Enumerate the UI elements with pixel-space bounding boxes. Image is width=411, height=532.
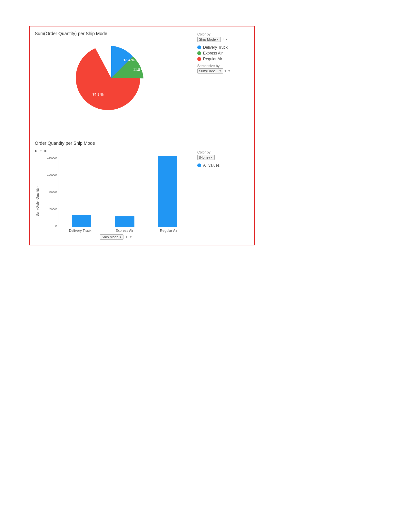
bar-color-by-value: (None): [199, 155, 210, 159]
bar-chart-area: Sum(Order Quantity) 0 40000 80000 120000…: [35, 156, 191, 240]
bar-legend-dot-all-values: [197, 163, 201, 167]
y-tick-0: 0: [55, 224, 57, 227]
legend-dot-regular-air: [197, 57, 201, 61]
chevron-down-icon: ▼: [217, 38, 219, 41]
bar-color-by-dropdown[interactable]: (None) ▼: [197, 155, 215, 160]
legend-item-regular-air: Regular Air: [197, 57, 249, 61]
pie-chart-left: Sum(Order Quantity) per Ship Mode: [35, 31, 188, 117]
legend-label-express-air: Express Air: [203, 51, 223, 55]
pie-label-regular: 74.8 %: [93, 93, 103, 96]
color-by-dropdown[interactable]: Ship Mode ▼: [197, 37, 221, 42]
bar-color-by-control: (None) ▼: [197, 155, 249, 160]
bar-col-regular-air: [151, 156, 184, 227]
y-tick-80k: 80000: [49, 191, 57, 193]
x-axis-dropdown[interactable]: Ship Mode ▼: [100, 234, 123, 240]
pie-chart-title: Sum(Order Quantity) per Ship Mode: [35, 31, 188, 36]
y-axis-ticks: 0 40000 80000 120000 160000: [41, 156, 58, 227]
legend-dot-delivery-truck: [197, 45, 201, 49]
legend-dot-express-air: [197, 51, 201, 55]
sector-chevron-icon: ▼: [219, 70, 221, 73]
sector-options-icon[interactable]: ▼: [228, 70, 230, 73]
add-color-button[interactable]: +: [222, 37, 224, 42]
legend-label-delivery-truck: Delivery Truck: [203, 45, 228, 50]
bar-col-delivery-truck: [65, 215, 98, 227]
y-axis-label-container: Sum(Order Quantity): [35, 156, 41, 240]
x-axis-chevron-icon: ▼: [119, 236, 122, 239]
bar-col-express-air: [108, 216, 142, 227]
legend-label-regular-air: Regular Air: [203, 57, 222, 61]
bar-legend-label-all-values: All values: [203, 163, 220, 168]
add-x-axis-button[interactable]: +: [125, 235, 128, 239]
y-tick-40k: 40000: [49, 207, 57, 210]
color-by-label: Color by:: [197, 32, 249, 36]
y-tick-160k: 160000: [47, 156, 57, 159]
legend-item-express-air: Express Air: [197, 51, 249, 55]
color-by-control: Ship Mode ▼ + ▼: [197, 37, 249, 42]
y-axis-label: Sum(Order Quantity): [36, 185, 39, 217]
x-axis-value: Ship Mode: [102, 235, 119, 239]
pie-chart-legend: Color by: Ship Mode ▼ + ▼ Delivery Truck…: [197, 31, 249, 77]
expand2-icon[interactable]: ▶: [44, 149, 47, 153]
x-axis-options-icon[interactable]: ▼: [130, 236, 132, 239]
pie-chart-svg: 13.4 % 11.8 % 74.8 %: [66, 39, 156, 117]
x-axis-labels: Delivery Truck Express Air Regular Air: [41, 227, 191, 232]
dashboard-container: Sum(Order Quantity) per Ship Mode: [29, 26, 255, 245]
pie-chart-panel: Sum(Order Quantity) per Ship Mode: [30, 26, 254, 136]
bar-chart-title: Order Quantity per Ship Mode: [35, 141, 191, 146]
bars-with-yaxis: 0 40000 80000 120000 160000: [41, 156, 191, 227]
x-axis-controls: Ship Mode ▼ + ▼: [41, 234, 191, 240]
add-sector-button[interactable]: +: [224, 69, 227, 73]
add-bar-icon[interactable]: +: [40, 149, 42, 153]
bar-chart-legend: Color by: (None) ▼ All values: [197, 141, 249, 169]
x-label-delivery-truck: Delivery Truck: [58, 229, 102, 232]
x-label-express-air: Express Air: [102, 229, 146, 232]
bar-regular-air[interactable]: [158, 156, 177, 227]
bar-color-by-label: Color by:: [197, 150, 249, 154]
chart-and-axes: 0 40000 80000 120000 160000: [41, 156, 191, 240]
pie-label-express: 11.8 %: [133, 68, 144, 72]
bar-legend-all-values: All values: [197, 163, 249, 168]
bar-express-air[interactable]: [115, 216, 134, 227]
sector-size-value: Sum(Orde...: [199, 69, 218, 73]
color-by-value: Ship Mode: [199, 37, 216, 41]
sector-size-label: Sector size by:: [197, 64, 249, 68]
pie-chart-wrapper: 13.4 % 11.8 % 74.8 %: [35, 39, 188, 117]
sector-size-control: Sum(Orde... ▼ + ▼: [197, 68, 249, 74]
options-arrow-icon[interactable]: ▼: [226, 38, 228, 41]
legend-item-delivery-truck: Delivery Truck: [197, 45, 249, 50]
bar-chart-panel: Order Quantity per Ship Mode ▶ + ▶ Sum(O…: [30, 136, 254, 245]
bar-delivery-truck[interactable]: [72, 215, 91, 227]
sector-size-dropdown[interactable]: Sum(Orde... ▼: [197, 68, 223, 74]
bars-group: [58, 156, 191, 227]
bar-chart-left: Order Quantity per Ship Mode ▶ + ▶ Sum(O…: [35, 141, 191, 240]
x-label-regular-air: Regular Air: [147, 229, 191, 232]
y-tick-120k: 120000: [47, 173, 57, 176]
expand-icon[interactable]: ▶: [35, 149, 37, 153]
pie-label-delivery: 13.4 %: [123, 58, 134, 62]
bar-color-chevron-icon: ▼: [210, 156, 213, 159]
